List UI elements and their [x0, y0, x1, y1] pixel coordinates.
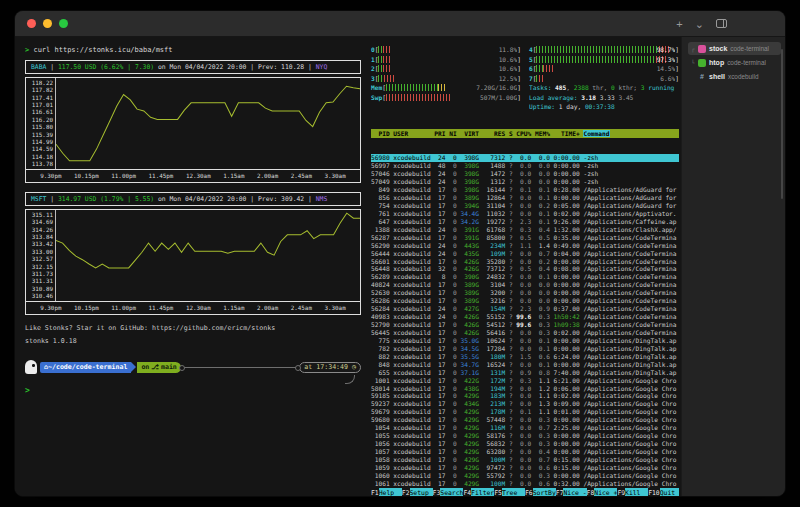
sidebar-scrollbar[interactable] [781, 49, 783, 199]
new-pane-button[interactable]: + [676, 19, 682, 29]
y-tick-label: 114.59 [26, 146, 53, 152]
process-row[interactable]: 56284 xcodebuild 24 0 427G 154M ? 2.3 0.… [371, 305, 679, 313]
process-row[interactable]: 1057 xcodebuild 17 0 429G 63280 ? 0.0 0.… [371, 448, 679, 456]
shell-prompt-bar: ⌂ ~/code/code-terminal on⎇main at 17:34:… [25, 360, 361, 374]
split-panes-icon[interactable] [716, 19, 727, 28]
x-tick-label: 11.00pm [111, 173, 136, 179]
process-row[interactable]: 782 xcodebuild 17 0 34.5G 17284 ? 0.0 0.… [371, 345, 679, 353]
x-tick-label: 12.30am [186, 173, 211, 179]
process-row[interactable]: 40983 xcodebuild 24 0 426G 55152 ? 99.6 … [371, 313, 679, 321]
process-row[interactable]: 1061 xcodebuild 17 0 429G 100M ? 0.0 0.6… [371, 480, 679, 488]
fkey-filter[interactable]: F4Filter [463, 488, 494, 497]
process-row[interactable]: 57049 xcodebuild 24 0 398G 1312 ? 0.0 0.… [371, 178, 679, 186]
baba-price-line [56, 78, 360, 169]
process-row[interactable]: 59680 xcodebuild 17 0 429G 57448 ? 0.0 0… [371, 416, 679, 424]
process-row[interactable]: 754 xcodebuild 17 0 394G 31104 ? 0.0 0.2… [371, 202, 679, 210]
process-row[interactable]: 40824 xcodebuild 17 0 389G 3104 ? 0.0 0.… [371, 281, 679, 289]
process-row[interactable]: 56286 xcodebuild 17 0 389G 3216 ? 0.0 0.… [371, 297, 679, 305]
process-row[interactable]: 1001 xcodebuild 17 0 422G 172M ? 0.3 1.1… [371, 377, 679, 385]
process-row[interactable]: 1056 xcodebuild 17 0 429G 56832 ? 0.0 0.… [371, 440, 679, 448]
stonks-version: stonks 1.0.18 [25, 337, 361, 346]
process-row[interactable]: 1058 xcodebuild 17 0 429G 100M ? 0.0 0.7… [371, 456, 679, 464]
process-row[interactable]: 1059 xcodebuild 17 0 429G 97472 ? 0.0 0.… [371, 464, 679, 472]
process-row[interactable]: 56980 xcodebuild 24 0 398G 7312 ? 0.0 0.… [371, 154, 679, 162]
sidebar-item-stock[interactable]: ┌stockcode-terminal [688, 42, 781, 55]
process-row[interactable]: 52790 xcodebuild 17 0 426G 54512 ? 99.6 … [371, 321, 679, 329]
process-row[interactable]: 59679 xcodebuild 17 0 429G 178M ? 0.1 1.… [371, 408, 679, 416]
sidebar-item-htop[interactable]: └htopcode-terminal [688, 56, 781, 69]
y-tick-label: 117.01 [26, 102, 53, 108]
process-row[interactable]: 56444 xcodebuild 24 0 435G 109M ? 0.0 0.… [371, 250, 679, 258]
y-tick-label: 315.11 [26, 212, 53, 218]
titlebar-toolbar: + ⌄ [676, 19, 727, 29]
process-table: PID USER PRI NI VIRT RES S CPU% MEM% TIM… [371, 114, 679, 489]
process-row[interactable]: 58014 xcodebuild 17 0 438G 194M ? 0.0 1.… [371, 385, 679, 393]
fkey-setup[interactable]: F2Setup [402, 488, 433, 497]
process-row[interactable]: 56445 xcodebuild 17 0 426G 56416 ? 0.0 0… [371, 329, 679, 337]
close-button[interactable] [27, 19, 36, 28]
stock-pane-icon [698, 45, 706, 53]
fkey-sortby[interactable]: F6SortBy [525, 488, 556, 497]
msft-y-axis-labels: 315.11314.69314.26313.84313.42313.00312.… [26, 210, 56, 301]
minimize-button[interactable] [43, 19, 52, 28]
process-row[interactable]: 56287 xcodebuild 17 0 391G 85800 ? 0.5 0… [371, 234, 679, 242]
y-tick-label: 313.84 [26, 234, 53, 240]
process-row[interactable]: 849 xcodebuild 17 0 398G 16144 ? 0.1 0.1… [371, 186, 679, 194]
terminal-window: + ⌄ > curl https://stonks.icu/baba/msft … [14, 10, 786, 497]
fkey-nice-[interactable]: F7Nice - [556, 488, 587, 497]
shell-cursor[interactable]: > [25, 386, 361, 395]
process-row[interactable]: 647 xcodebuild 17 0 34.2G 19272 ? 2.3 0.… [371, 218, 679, 226]
y-tick-label: 310.46 [26, 293, 53, 299]
fkey-help[interactable]: F1Help [371, 488, 402, 497]
process-row[interactable]: 56289 xcodebuild 8 0 390G 24832 ? 0.0 0.… [371, 273, 679, 281]
zoom-button[interactable] [59, 19, 68, 28]
y-tick-label: 311.73 [26, 271, 53, 277]
htop-pane[interactable]: 0[11.8%]1[10.6%]2[10.6%]3[12.5%]Mem[7.20… [367, 37, 681, 497]
baba-x-axis-labels: 9.30pm10.15pm11.00pm11.45pm12.30am1.15am… [26, 170, 360, 182]
fkey-nice-[interactable]: F8Nice + [587, 488, 618, 497]
process-row[interactable]: 56290 xcodebuild 24 0 443G 234M ? 1.1 1.… [371, 242, 679, 250]
process-row[interactable]: 882 xcodebuild 17 0 35.5G 180M ? 1.5 0.6… [371, 353, 679, 361]
git-branch-pill: on⎇main [137, 362, 180, 373]
y-tick-label: 314.26 [26, 227, 53, 233]
y-tick-label: 114.99 [26, 139, 53, 145]
process-row[interactable]: 52630 xcodebuild 17 0 389G 3200 ? 0.0 0.… [371, 289, 679, 297]
process-row[interactable]: 1060 xcodebuild 17 0 429G 55792 ? 0.0 0.… [371, 472, 679, 480]
y-tick-label: 311.31 [26, 278, 53, 284]
process-row[interactable]: 1054 xcodebuild 17 0 429G 116M ? 0.0 0.7… [371, 424, 679, 432]
stonks-terminal-pane[interactable]: > curl https://stonks.icu/baba/msft BABA… [15, 37, 367, 497]
process-row[interactable]: 856 xcodebuild 17 0 389G 12864 ? 0.0 0.1… [371, 194, 679, 202]
sidebar-item-shell[interactable]: #shellxcodebuild [688, 70, 781, 83]
pane-title: htop [709, 59, 724, 66]
y-tick-label: 115.80 [26, 124, 53, 130]
chevron-down-icon[interactable]: ⌄ [695, 19, 704, 29]
x-tick-label: 3.30am [324, 173, 345, 179]
y-tick-label: 313.42 [26, 241, 53, 247]
cpu-meter-0: 0[11.8%] [371, 45, 521, 55]
x-tick-label: 10.15pm [74, 173, 99, 179]
msft-price-line [56, 210, 360, 301]
process-row[interactable]: 1055 xcodebuild 17 0 429G 58176 ? 0.0 0.… [371, 432, 679, 440]
fkey-search[interactable]: F3Search [433, 488, 464, 497]
fkey-tree[interactable]: F5Tree [494, 488, 525, 497]
prompt-char: > [25, 46, 29, 54]
process-row[interactable]: 56601 xcodebuild 17 0 426G 35280 ? 0.0 0… [371, 258, 679, 266]
process-row[interactable]: 57046 xcodebuild 24 0 398G 1472 ? 0.0 0.… [371, 170, 679, 178]
process-row[interactable]: 775 xcodebuild 17 0 35.0G 10624 ? 0.0 0.… [371, 337, 679, 345]
fkey-quit[interactable]: F10Quit [648, 488, 679, 497]
cpu-meter-2: 2[10.6%] [371, 64, 521, 74]
process-row[interactable]: 56448 xcodebuild 32 0 426G 73712 ? 0.5 0… [371, 265, 679, 273]
command-line: > curl https://stonks.icu/baba/msft [25, 46, 361, 54]
process-table-header[interactable]: PID USER PRI NI VIRT RES S CPU% MEM% TIM… [371, 129, 679, 138]
clock-icon: ◷ [352, 363, 356, 371]
process-row[interactable]: 848 xcodebuild 17 0 34.7G 16524 ? 0.0 0.… [371, 361, 679, 369]
fkey-kill[interactable]: F9Kill [617, 488, 648, 497]
baba-y-axis-labels: 118.22117.82117.41117.01116.61116.20115.… [26, 78, 56, 169]
baba-stock-chart: BABA | 117.50 USD (6.62% | 7.30) on Mon … [25, 60, 361, 183]
process-row[interactable]: 59237 xcodebuild 17 0 434G 213M ? 0.0 1.… [371, 400, 679, 408]
process-row[interactable]: 1388 xcodebuild 24 0 391G 61768 ? 0.3 0.… [371, 226, 679, 234]
process-row[interactable]: 655 xcodebuild 17 0 37.1G 131M ? 0.9 0.8… [371, 369, 679, 377]
process-row[interactable]: 761 xcodebuild 17 0 34.4G 11032 ? 0.0 0.… [371, 210, 679, 218]
process-row[interactable]: 59185 xcodebuild 17 0 429G 183M ? 0.0 1.… [371, 392, 679, 400]
process-row[interactable]: 56997 xcodebuild 48 0 398G 1488 ? 0.0 0.… [371, 162, 679, 170]
